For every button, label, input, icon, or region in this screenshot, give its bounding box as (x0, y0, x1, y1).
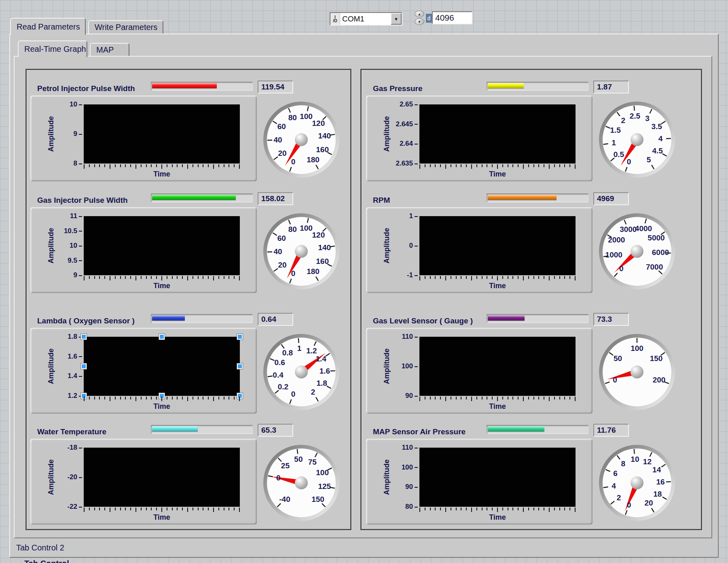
gauge-tick-label: 40 (273, 136, 282, 144)
x-tick-mark (193, 276, 193, 279)
x-tick-mark (156, 508, 157, 510)
x-tick-mark (198, 164, 199, 167)
x-tick-mark (224, 164, 224, 167)
x-tick-mark (203, 164, 203, 167)
x-tick-mark (203, 276, 203, 279)
x-tick-mark (419, 397, 420, 401)
increment-button[interactable]: ▲ (415, 11, 424, 17)
y-tick-label: 10 (70, 242, 82, 250)
x-tick-mark (564, 276, 565, 279)
gauge-tick-label: 6000 (652, 248, 669, 257)
numeric-input[interactable]: 4096 (432, 11, 472, 24)
x-tick-mark (476, 276, 477, 279)
x-tick-mark (476, 508, 477, 510)
gauge-indicator: 020406080100120140160180 (263, 213, 340, 290)
selection-handle[interactable] (237, 363, 243, 369)
value-slider[interactable] (151, 82, 253, 91)
x-tick-mark (482, 508, 483, 510)
sensor-panel: MAP Sensor Air Pressure 11.76 Amplitude … (362, 419, 686, 528)
selection-handle[interactable] (81, 334, 87, 340)
gauge-tick-label: 0.4 (273, 371, 283, 380)
value-slider[interactable] (487, 193, 588, 202)
y-axis-label: Amplitude (45, 104, 57, 164)
x-tick-mark (239, 397, 240, 401)
tab-map[interactable]: MAP (90, 43, 129, 56)
panel-title: Gas Level Sensor ( Gauge ) (373, 317, 473, 325)
x-tick-mark (161, 164, 162, 169)
value-slider[interactable] (151, 193, 253, 202)
decrement-button[interactable]: ▼ (415, 18, 424, 25)
y-tick-label: 10 (70, 100, 82, 108)
x-tick-mark (130, 508, 131, 510)
gauge-tick-label: -40 (279, 495, 290, 504)
waveform-chart-plot[interactable] (84, 448, 240, 507)
x-tick-mark (193, 508, 193, 510)
value-slider[interactable] (151, 425, 253, 434)
x-tick-mark (213, 276, 214, 280)
gauge-tick-label: 0.2 (278, 382, 288, 391)
gauge-tick-label: 0.8 (282, 348, 293, 357)
x-tick-mark (161, 397, 162, 401)
waveform-chart-plot[interactable] (84, 104, 240, 164)
gauge-tick-label: 150 (311, 495, 324, 504)
x-tick-mark (177, 164, 178, 167)
slider-fill (152, 83, 217, 88)
waveform-chart-plot[interactable] (419, 448, 576, 507)
waveform-chart-plot[interactable] (419, 216, 576, 275)
y-tick-label: 2.65 (400, 100, 418, 108)
gauge-tick-label: 1.6 (320, 367, 330, 376)
waveform-chart-plot[interactable] (419, 104, 576, 164)
tab-write-parameters[interactable]: Write Parameters (88, 20, 163, 34)
y-axis-ticks: 2.652.6452.642.635 (393, 104, 418, 164)
x-tick-mark (533, 164, 534, 167)
waveform-chart-plot[interactable] (84, 216, 240, 275)
selection-handle[interactable] (237, 334, 243, 340)
tab-read-parameters[interactable]: Read Parameters (10, 18, 86, 35)
x-tick-mark (575, 164, 576, 169)
x-tick-mark (156, 397, 157, 399)
x-tick-mark (533, 508, 534, 510)
x-tick-mark (518, 397, 518, 399)
slider-fill (488, 195, 557, 200)
x-tick-mark (471, 164, 472, 169)
radix-indicator[interactable]: d (426, 14, 432, 23)
value-readout: 65.3 (258, 424, 293, 437)
gauge-tick-label: 4.5 (652, 147, 663, 155)
x-tick-mark (167, 397, 167, 399)
value-slider[interactable] (151, 314, 253, 323)
value-slider[interactable] (487, 82, 588, 91)
down-arrow-icon: ▼ (418, 20, 421, 24)
gauge-indicator: 00.511.522.533.544.55 (599, 101, 675, 178)
x-tick-mark (518, 164, 518, 167)
x-axis-ticks (84, 164, 240, 169)
com-port-dropdown-button[interactable]: ▼ (391, 13, 402, 25)
selection-handle[interactable] (159, 334, 165, 340)
waveform-chart-plot[interactable] (84, 337, 240, 396)
panel-title: Gas Pressure (373, 84, 423, 93)
x-tick-mark (89, 164, 90, 167)
x-tick-mark (104, 397, 105, 399)
x-axis-label: Time (419, 402, 576, 411)
x-tick-mark (218, 164, 219, 167)
value-slider[interactable] (487, 425, 588, 434)
gauge-tick-label: 20 (644, 499, 653, 508)
gauge-indicator: 00.20.40.60.811.21.41.61.82 (263, 334, 340, 410)
com-port-selector[interactable]: I /O COM1 ▼ (330, 12, 402, 25)
x-tick-mark (451, 276, 451, 279)
x-tick-mark (528, 397, 529, 399)
gauge-tick-label: 6 (613, 469, 618, 478)
x-tick-mark (544, 164, 544, 167)
waveform-chart-plot[interactable] (419, 337, 576, 396)
x-tick-mark (461, 276, 461, 279)
x-tick-mark (229, 276, 229, 279)
x-tick-mark (419, 164, 420, 169)
x-tick-mark (110, 276, 110, 280)
x-tick-mark (466, 164, 467, 167)
tab-real-time-graph[interactable]: Real-Time Graph (18, 40, 87, 57)
x-tick-mark (456, 276, 457, 279)
y-tick-label: 2.645 (396, 120, 418, 128)
gauge-tick-label: 40 (273, 247, 282, 256)
value-slider[interactable] (487, 314, 588, 323)
selection-handle[interactable] (81, 363, 87, 369)
gauge-tick-label: 4 (612, 482, 616, 491)
